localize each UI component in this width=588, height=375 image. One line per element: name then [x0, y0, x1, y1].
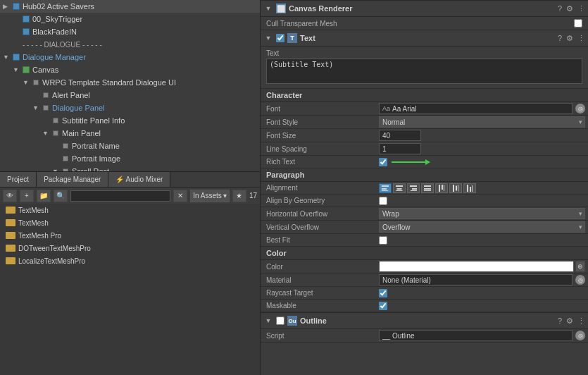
font-object-field[interactable]: Aa Aa Arial — [379, 103, 573, 114]
color-eyedropper[interactable]: ⊕ — [575, 261, 585, 272]
tree-label: 00_SkyTrigger — [32, 15, 82, 23]
tree-item-portraitImage[interactable]: Portrait Image — [0, 152, 260, 165]
align-middle-btn[interactable] — [449, 183, 462, 193]
text-value-field[interactable]: (Subtitle Text) — [266, 59, 582, 84]
close-icon[interactable]: ✕ — [173, 190, 187, 202]
material-object-field[interactable]: None (Material) — [379, 274, 573, 285]
tab-audio-mixer[interactable]: ⚡ Audio Mixer — [108, 172, 170, 188]
font-size-input[interactable] — [379, 130, 421, 141]
cull-transparent-checkbox[interactable] — [574, 19, 582, 27]
text-component-title: Text — [300, 34, 555, 42]
plus-icon[interactable]: + — [20, 190, 34, 202]
align-justify-btn[interactable] — [421, 183, 434, 193]
line-spacing-input[interactable] — [379, 143, 421, 154]
text-help-icon[interactable]: ? — [558, 34, 562, 42]
tree-item-blackFadeIn[interactable]: BlackFadeIN — [0, 25, 260, 38]
canvas-renderer-header: ▼ ⬜ Canvas Renderer ? ⚙ ⋮ — [261, 0, 588, 17]
asset-item-localize[interactable]: LocalizeTextMeshPro — [0, 254, 260, 267]
text-more-icon[interactable]: ⋮ — [577, 34, 585, 43]
tree-item-scrollRect[interactable]: ▼Scroll Rect — [0, 165, 260, 171]
text-component-enable-checkbox[interactable] — [276, 34, 284, 42]
outline-script-field[interactable]: __ Outline — [379, 330, 573, 341]
tree-label: - - - - - DIALOGUE - - - - - — [23, 41, 102, 49]
outline-settings-icon[interactable]: ⚙ — [566, 316, 573, 326]
material-label: Material — [266, 276, 379, 284]
folder-icon[interactable]: 📁 — [37, 190, 51, 202]
search-scope-dropdown[interactable]: In Assets ▾ — [190, 190, 230, 202]
raycast-target-checkbox[interactable] — [379, 289, 387, 297]
tree-item-alertPanel[interactable]: Alert Panel — [0, 89, 260, 102]
font-size-label: Font Size — [266, 132, 379, 140]
svg-rect-2 — [382, 190, 388, 191]
align-top-btn[interactable] — [435, 183, 448, 193]
outline-component-title: Outline — [300, 316, 555, 325]
tree-item-dialogueManager[interactable]: ▼Dialogue Manager — [0, 51, 260, 63]
outline-component-arrow[interactable]: ▼ — [263, 316, 273, 326]
tree-item-subtitlePanelInfo[interactable]: Subtitle Panel Info — [0, 114, 260, 127]
cube-gray-icon — [51, 116, 61, 125]
align-by-geometry-checkbox[interactable] — [379, 197, 387, 205]
asset-item-tmpro[interactable]: TextMesh Pro — [0, 229, 260, 242]
canvas-renderer-arrow[interactable]: ▼ — [263, 4, 273, 13]
left-panel: ▶Hub02 Active Savers00_SkyTriggerBlackFa… — [0, 0, 261, 375]
outline-component-enable-checkbox[interactable] — [276, 316, 284, 325]
tree-item-sep1[interactable]: - - - - - DIALOGUE - - - - - — [0, 38, 260, 51]
tree-label: Alert Panel — [52, 91, 90, 99]
line-spacing-row: Line Spacing — [261, 142, 588, 156]
align-bottom-btn[interactable] — [463, 183, 476, 193]
color-picker[interactable] — [379, 261, 574, 272]
best-fit-checkbox[interactable] — [379, 236, 387, 245]
horizontal-overflow-select[interactable]: Wrap Overflow — [379, 208, 585, 219]
tree-item-canvas[interactable]: ▼Canvas — [0, 63, 260, 76]
asset-item-tm1[interactable]: TextMesh — [0, 204, 260, 216]
material-select-icon[interactable]: ◎ — [575, 275, 585, 285]
inspector-scroll[interactable]: ▼ ⬜ Canvas Renderer ? ⚙ ⋮ Cull Transpare… — [261, 0, 588, 375]
align-center-btn[interactable] — [393, 183, 406, 193]
tree-item-skyTrigger[interactable]: 00_SkyTrigger — [0, 13, 260, 25]
asset-item-dotween[interactable]: DOTweenTextMeshPro — [0, 242, 260, 254]
tree-item-mainPanel[interactable]: ▼Main Panel — [0, 127, 260, 140]
text-settings-icon[interactable]: ⚙ — [566, 34, 573, 43]
align-by-geometry-value — [379, 197, 585, 205]
tree-label: Dialogue Manager — [23, 53, 86, 61]
cube-gray-icon — [31, 78, 41, 87]
horizontal-overflow-label: Horizontal Overflow — [266, 210, 379, 218]
outline-help-icon[interactable]: ? — [558, 316, 562, 325]
align-right-btn[interactable] — [407, 183, 420, 193]
svg-rect-3 — [396, 185, 403, 187]
cull-transparent-label: Cull Transparent Mesh — [266, 20, 571, 27]
tree-item-dialoguePanel[interactable]: ▼Dialogue Panel — [0, 102, 260, 114]
canvas-renderer-more[interactable]: ⋮ — [577, 4, 585, 13]
best-fit-label: Best Fit — [266, 236, 379, 244]
tree-item-wrpgTemplate[interactable]: ▼WRPG Template Standard Dialogue UI — [0, 76, 260, 89]
tab-project[interactable]: Project — [0, 172, 37, 188]
tree-label: Subtitle Panel Info — [62, 116, 125, 125]
svg-rect-10 — [424, 188, 431, 190]
rich-text-label: Rich Text — [266, 158, 379, 166]
text-component-controls: ? ⚙ ⋮ — [558, 34, 585, 43]
rich-text-checkbox[interactable] — [379, 158, 387, 166]
outline-more-icon[interactable]: ⋮ — [577, 316, 585, 326]
align-left-btn[interactable] — [379, 183, 392, 193]
star-icon[interactable]: ★ — [232, 190, 246, 202]
tree-item-hub02[interactable]: ▶Hub02 Active Savers — [0, 0, 260, 13]
tree-item-portraitName[interactable]: Portrait Name — [0, 140, 260, 152]
canvas-renderer-help[interactable]: ? — [558, 4, 562, 13]
eye-icon[interactable]: 👁 — [3, 190, 17, 202]
font-select-icon[interactable]: ◎ — [575, 104, 585, 113]
tab-package-manager[interactable]: Package Manager — [37, 172, 108, 188]
hierarchy-scroll[interactable]: ▶Hub02 Active Savers00_SkyTriggerBlackFa… — [0, 0, 260, 171]
svg-rect-16 — [456, 185, 457, 190]
font-value: Aa Aa Arial ◎ — [379, 103, 585, 114]
font-style-select-wrapper: Normal Bold Italic Bold Italic — [379, 116, 585, 128]
tree-arrow: ▼ — [52, 168, 61, 171]
canvas-renderer-settings[interactable]: ⚙ — [566, 4, 573, 13]
font-style-select[interactable]: Normal Bold Italic Bold Italic — [379, 116, 585, 128]
vertical-overflow-select[interactable]: Truncate Overflow — [379, 221, 585, 233]
text-component-arrow[interactable]: ▼ — [263, 33, 273, 43]
asset-item-tm2[interactable]: TextMesh — [0, 216, 260, 229]
search-icon[interactable]: 🔍 — [54, 190, 68, 202]
outline-script-select-icon[interactable]: ◎ — [575, 331, 585, 340]
maskable-checkbox[interactable] — [379, 302, 387, 310]
search-input[interactable] — [70, 190, 170, 202]
